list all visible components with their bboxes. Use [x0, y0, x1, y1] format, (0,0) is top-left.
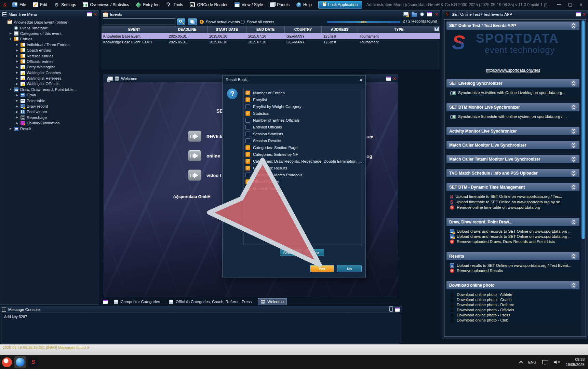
- section-header-set-liveblog-synchronizer[interactable]: SET Liveblog Synchronizer: [446, 79, 579, 87]
- edit-event-icon[interactable]: [403, 12, 409, 16]
- expand-arrow-icon[interactable]: ▶: [9, 127, 12, 130]
- fast-forward-button[interactable]: [188, 169, 201, 181]
- tree-item-pool-winner[interactable]: ▶Pool winner: [0, 109, 99, 114]
- checkbox-checked-icon[interactable]: ✓: [245, 145, 250, 150]
- section-header-set-online-test-test-events-app[interactable]: SET Online Test / Test Events APP: [446, 22, 579, 30]
- search-button[interactable]: [177, 18, 185, 25]
- expand-chevron-icon[interactable]: [571, 156, 577, 162]
- collapse-chevron-icon[interactable]: [571, 104, 577, 110]
- no-button[interactable]: No: [337, 265, 362, 272]
- video-link-fragment[interactable]: video t: [206, 173, 222, 178]
- column-header-event[interactable]: EVENT: [102, 26, 167, 33]
- tree-item-waitinglist-coaches[interactable]: ▶Waitinglist Coaches: [0, 70, 99, 76]
- collapse-arrow-icon[interactable]: ▼: [9, 88, 12, 91]
- section-header-results[interactable]: Results: [446, 252, 579, 260]
- expand-arrow-icon[interactable]: ▶: [15, 122, 19, 125]
- tree-item-knowledge-base-event-online[interactable]: Knowledge Base Event (online): [0, 19, 99, 25]
- scrollbar-thumb[interactable]: [582, 20, 585, 239]
- expand-arrow-icon[interactable]: ▶: [15, 71, 19, 74]
- action-download-online-photo-officials[interactable]: Download online photo - Officials: [448, 307, 578, 312]
- action-upload-timetable-to-set-online-on-www-sportdata-org-by-se[interactable]: SUpload timetable to SET Online on www.s…: [448, 199, 578, 205]
- minimize-icon[interactable]: [557, 4, 561, 5]
- section-header-set-dtm-monitor-live-synchronizer[interactable]: SET DTM Monitor Live Synchronizer: [446, 103, 579, 111]
- action-upload-results-to-set-online-on-www-sportdata-org-test-event[interactable]: Upload results to SET Online on www.spor…: [448, 263, 578, 268]
- tree-item-entries[interactable]: ▼Entries: [0, 36, 99, 42]
- dialog-option-session-startlists[interactable]: Session Startlists: [245, 131, 362, 137]
- news-link-fragment[interactable]: news a: [206, 134, 222, 139]
- tree-item-result[interactable]: ▶Result: [0, 126, 99, 131]
- section-header-set-dtm-dynamic-time-management[interactable]: SET DTM - Dynamic Time Management: [446, 183, 579, 191]
- filter-icon[interactable]: [435, 27, 439, 31]
- trash-icon[interactable]: [389, 308, 393, 312]
- expand-arrow-icon[interactable]: ▶: [15, 43, 19, 46]
- expand-arrow-icon[interactable]: ▶: [15, 82, 19, 85]
- clear-button[interactable]: Clear: [305, 249, 324, 256]
- expand-arrow-icon[interactable]: ▶: [15, 110, 19, 113]
- tree-item-draw[interactable]: ▶Draw: [0, 92, 99, 98]
- dialog-option-medal-standing[interactable]: ✓Medal Standing: [245, 185, 362, 192]
- tray-expand-icon[interactable]: [519, 361, 523, 365]
- menu-item-tools[interactable]: Tools: [163, 1, 186, 8]
- dialog-option-entrylist-officials[interactable]: Entrylist Officials: [245, 124, 362, 131]
- checkbox-checked-icon[interactable]: ✓: [245, 97, 250, 102]
- collapse-chevron-icon[interactable]: [571, 253, 577, 259]
- lock-application-button[interactable]: Lock Application: [318, 1, 362, 9]
- checkbox-unchecked-icon[interactable]: [245, 132, 250, 136]
- scrollbar[interactable]: [581, 20, 585, 336]
- dialog-option-categories-section-page[interactable]: ✓Categories: Section Page: [245, 144, 362, 151]
- active-app-icon[interactable]: [14, 356, 26, 368]
- dialog-option-categories-match-protocols[interactable]: Categories: Match Protocols: [245, 172, 362, 178]
- tree-item-repechage[interactable]: ▶Repechage: [0, 115, 99, 120]
- collapse-chevron-icon[interactable]: [571, 80, 577, 86]
- checkbox-checked-icon[interactable]: ✓: [245, 186, 250, 191]
- menu-item-file[interactable]: File: [9, 1, 29, 8]
- expand-arrow-icon[interactable]: ▶: [15, 77, 19, 80]
- menu-item-entry-fee[interactable]: Entry fee: [133, 1, 162, 8]
- menu-item-qrcode-reader[interactable]: QRCode Reader: [187, 1, 230, 8]
- dialog-option-entrylist[interactable]: ✓Entrylist: [245, 96, 362, 103]
- muted-speaker-icon[interactable]: ×: [554, 360, 560, 365]
- tab-competitor-categories[interactable]: Competitor Categories: [111, 299, 163, 305]
- expand-chevron-icon[interactable]: [571, 128, 577, 134]
- expand-arrow-icon[interactable]: ▶: [15, 66, 19, 69]
- checkbox-checked-icon[interactable]: ✓: [245, 159, 250, 164]
- checkbox-unchecked-icon[interactable]: [245, 118, 250, 123]
- tree-item-double-elimination[interactable]: ▶Double-Elimination: [0, 120, 99, 126]
- window-icon[interactable]: [103, 300, 108, 304]
- action-upload-timetable-to-set-online-on-www-sportdata-org-tes[interactable]: SUpload timetable to SET Online on www.s…: [448, 194, 578, 199]
- resize-grip[interactable]: ⋰: [583, 350, 587, 354]
- dialog-option-session-results[interactable]: Session Results: [245, 137, 362, 144]
- stacked-windows-icon[interactable]: [108, 77, 113, 81]
- tree-item-referee-entries[interactable]: ▶Referee entries: [0, 53, 99, 58]
- tree-item-coach-entries[interactable]: ▶Coach entries: [0, 47, 99, 53]
- checkbox-unchecked-icon[interactable]: [245, 138, 250, 143]
- sportdata-app-icon[interactable]: S: [28, 357, 38, 367]
- open-folder-icon[interactable]: [412, 13, 417, 17]
- radio-show-actual-events[interactable]: Show actual events: [200, 20, 240, 24]
- column-header-address[interactable]: ADDRESS: [322, 26, 358, 33]
- checkbox-checked-icon[interactable]: ✓: [245, 179, 250, 184]
- expand-arrow-icon[interactable]: ▶: [9, 32, 12, 35]
- history-clock-icon[interactable]: [420, 12, 424, 16]
- dialog-option-categories-entries-by-nf[interactable]: ✓Categories: Entries by NF: [245, 151, 362, 158]
- tree-item-point-table[interactable]: ▶Point table: [0, 98, 99, 103]
- checkbox-unchecked-icon[interactable]: [245, 173, 250, 177]
- collapse-chevron-icon[interactable]: [571, 23, 577, 29]
- clock[interactable]: 09:38 19/05/2025: [566, 357, 585, 367]
- radio-show-all-events[interactable]: Show all events: [241, 20, 275, 24]
- network-icon[interactable]: [542, 360, 548, 364]
- dialog-close-icon[interactable]: ×: [359, 77, 362, 83]
- expand-chevron-icon[interactable]: [571, 170, 577, 176]
- action-download-online-photo-coach[interactable]: Download online photo - Coach: [448, 297, 578, 302]
- column-header-start-date[interactable]: START DATE: [208, 26, 246, 33]
- dialog-option-categories-draw-records-repechage-double-elimination[interactable]: ✓Categories: Draw Records, Repechage, Do…: [245, 158, 362, 165]
- expand-arrow-icon[interactable]: ▶: [15, 99, 19, 102]
- tree-item-individual-team-entries[interactable]: ▶Individual / Team Entries: [0, 42, 99, 47]
- close-panel-icon[interactable]: ×: [94, 12, 97, 16]
- language-indicator[interactable]: ENG: [528, 360, 536, 364]
- dialog-option-official-results[interactable]: ✓Official Results: [245, 178, 362, 185]
- checkbox-checked-icon[interactable]: ✓: [245, 152, 250, 157]
- close-panel-icon[interactable]: ×: [435, 12, 438, 16]
- action-download-online-photo-athlete[interactable]: Download online photo - Athlete: [448, 292, 578, 297]
- menu-item-settings[interactable]: ⚙Settings: [51, 1, 79, 8]
